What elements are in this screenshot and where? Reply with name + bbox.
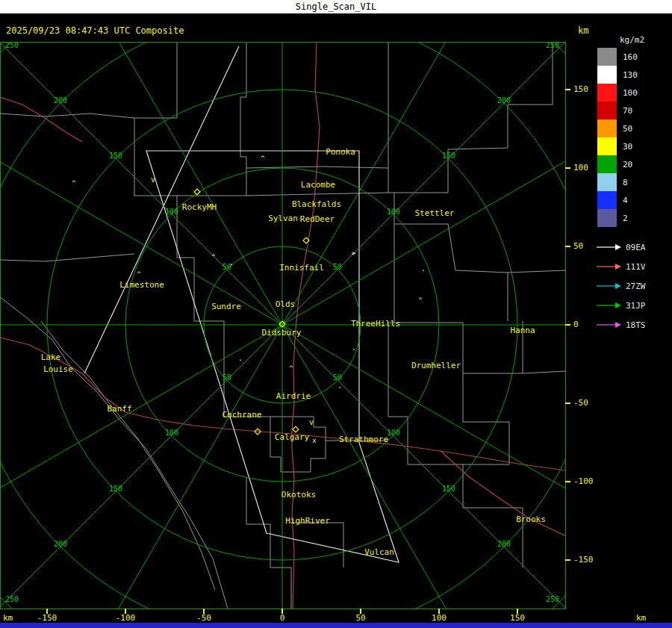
city-label: RedDeer — [300, 214, 335, 224]
city-label: RockyMH — [182, 202, 217, 212]
range-ring-label: 150 — [442, 152, 455, 160]
city-label: Calgary — [275, 432, 310, 442]
city-label: Banff — [107, 404, 131, 414]
colorbar-value-label: 70 — [623, 106, 632, 116]
station-id-label: 31JP — [626, 301, 646, 311]
right-axis-label: 150 — [573, 84, 588, 94]
colorbar-value-label: 50 — [623, 124, 632, 134]
colorbar-row: 160 — [597, 48, 638, 66]
range-ring-label: 100 — [165, 429, 178, 437]
right-axis-label: 0 — [573, 320, 579, 329]
bottom-axis-label: 150 — [503, 613, 532, 623]
caret-marker: ^ — [261, 155, 265, 162]
right-axis-tick — [565, 559, 570, 561]
site-marker-diamond — [293, 426, 299, 432]
colorbar-value-label: 20 — [623, 160, 632, 170]
range-ring-label: 250 — [5, 42, 19, 49]
city-label: Strathmore — [339, 435, 388, 444]
city-label: Limestone — [119, 280, 164, 290]
colorbar-value-label: 160 — [623, 52, 638, 62]
colorbar-swatch — [597, 119, 617, 137]
city-label: Ponoka — [326, 147, 355, 157]
colorbar-unit-label: kg/m2 — [620, 35, 644, 45]
colorbar-row: 30 — [597, 137, 638, 155]
axis-unit-bottom-right: km — [636, 613, 646, 623]
caret-marker: ^ — [137, 270, 141, 278]
colorbar-value-label: 2 — [623, 214, 628, 223]
right-axis-label: -50 — [573, 398, 588, 408]
station-row: 09EA — [596, 237, 646, 257]
range-ring-label: 100 — [165, 208, 178, 216]
colorbar-swatch — [597, 155, 617, 173]
station-row: 111V — [596, 257, 646, 276]
right-axis-tick — [565, 481, 570, 482]
right-axis-tick — [565, 167, 570, 169]
radar-display[interactable]: 5050505010010010010015015015015020020020… — [0, 42, 566, 609]
station-row: 31JP — [596, 296, 646, 315]
dot-marker: . — [421, 264, 426, 273]
bottom-axis-label: -150 — [32, 613, 62, 623]
city-label: Stettler — [415, 208, 455, 218]
colorbar-value-label: 8 — [623, 178, 628, 187]
colorbar-swatch — [597, 84, 617, 102]
bottom-axis-label: 100 — [424, 613, 454, 623]
colorbar-row: 8 — [597, 173, 638, 191]
station-id-label: 111V — [626, 262, 646, 272]
right-axis-tick — [565, 324, 570, 326]
city-label: Vulcan — [364, 547, 394, 557]
caret-marker: ^ — [211, 253, 216, 261]
city-label: Cochrane — [223, 410, 262, 420]
city-label: Okotoks — [281, 490, 316, 500]
right-axis-tick — [565, 402, 570, 404]
bottom-blue-bar — [0, 623, 672, 628]
dot-marker: . — [238, 354, 243, 362]
right-axis-label: 100 — [573, 163, 588, 172]
colorbar-row: 100 — [597, 84, 638, 102]
right-axis-label: 50 — [573, 241, 583, 251]
bottom-axis-label: 0 — [267, 613, 297, 623]
station-row: 18TS — [596, 315, 646, 335]
range-ring-label: 200 — [54, 540, 67, 548]
colorbar-value-label: 130 — [623, 70, 638, 80]
city-label: Lacombe — [301, 180, 335, 190]
colorbar-row: 4 — [597, 191, 638, 209]
range-ring-label: 200 — [497, 96, 511, 105]
city-label: ThreeHills — [351, 319, 400, 329]
dot-marker: . — [229, 258, 234, 267]
window-title: Single_Scan_VIL — [296, 1, 376, 12]
scan-timestamp: 2025/09/23 08:47:43 UTC Composite — [6, 25, 184, 36]
colorbar-value-label: 100 — [623, 88, 638, 98]
cross-marker: x — [312, 437, 317, 444]
city-label: Drumheller — [411, 361, 461, 370]
caret-marker: ^ — [72, 179, 76, 187]
city-label: Olds — [276, 299, 296, 309]
axis-unit-bottom-left: km — [3, 613, 13, 623]
colorbar-swatch — [597, 102, 617, 119]
city-label: Innisfail — [279, 263, 324, 273]
colorbar-value-label: 4 — [623, 196, 628, 205]
colorbar-row: 130 — [597, 66, 638, 84]
city-label: Sundre — [211, 302, 241, 311]
down-arrow-marker: v — [309, 418, 314, 426]
bottom-axis-label: -100 — [111, 613, 140, 623]
range-ring-label: 200 — [54, 96, 67, 105]
axis-unit-top: km — [578, 25, 588, 36]
radar-coverage-outline — [84, 46, 399, 562]
colorbar-row: 2 — [597, 209, 638, 227]
station-id-label: 09EA — [626, 243, 646, 252]
right-axis-label: -150 — [573, 555, 594, 565]
colorbar-row: 70 — [597, 102, 638, 119]
city-label: Louise — [43, 364, 73, 374]
colorbar-row: 50 — [597, 119, 638, 137]
range-ring-label: 250 — [546, 42, 559, 49]
colorbar-row: 20 — [597, 155, 638, 173]
colorbar-swatch — [597, 173, 617, 191]
city-label: Didsbury — [262, 328, 302, 338]
range-ring-label: 150 — [442, 485, 455, 493]
station-arrow-icon — [596, 302, 621, 309]
station-arrow-icon — [596, 263, 621, 270]
range-ring-label: 50 — [333, 263, 342, 271]
caret-marker: ^ — [289, 364, 293, 372]
down-arrow-marker: v — [151, 175, 155, 184]
dot-marker: . — [337, 382, 342, 390]
